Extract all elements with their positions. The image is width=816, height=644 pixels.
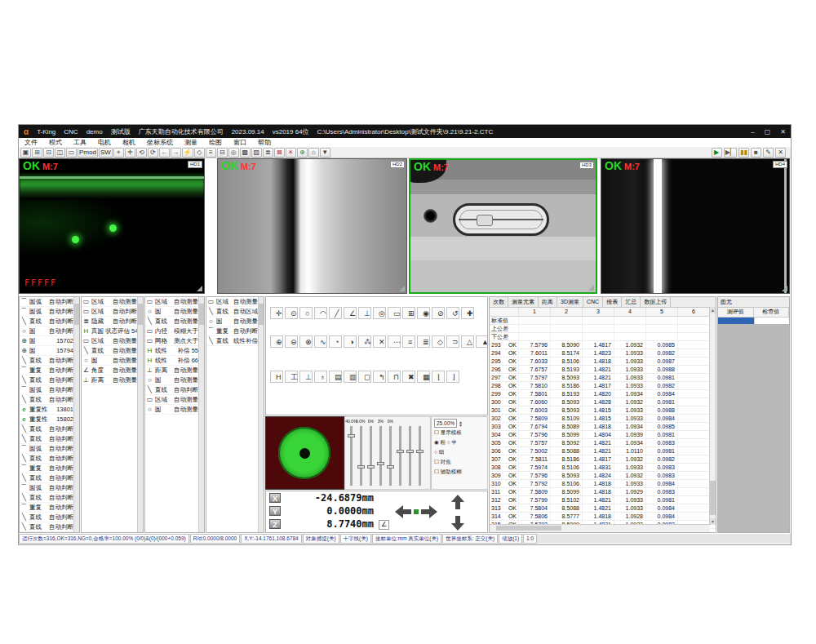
palette-tool-button[interactable]: ✛ [270,307,283,319]
status-segment[interactable]: 世界坐标系: 正交(关) [442,534,498,544]
palette-tool-button[interactable]: ⊕ [270,335,283,348]
table-tab[interactable]: 汇总 [622,297,641,307]
palette-tool-button[interactable]: ▥ [344,371,357,383]
scrollbar[interactable] [137,297,143,532]
toolbar-button[interactable]: ⟲ [136,148,147,158]
status-segment[interactable]: 运行次数=316,OK=316,NG=0,合格率=100.00% (0/0)&(… [19,534,189,544]
slider-track[interactable] [409,426,411,486]
palette-tool-button[interactable]: ⊓ [388,371,401,383]
list-item[interactable]: ⌒重复自动判断 [20,464,74,473]
palette-tool-button[interactable]: ╱ [329,307,342,319]
menu-item[interactable]: 相机 [117,138,141,147]
palette-tool-button[interactable]: ⊖ [285,335,298,348]
light-option[interactable]: ☐ 显示模板 [434,428,485,437]
scrollbar-thumb[interactable] [496,526,561,531]
list-item[interactable]: ⊕圆15794 [20,346,74,356]
palette-tool-button[interactable]: ⋯ [388,335,401,348]
element-column-header[interactable]: 检查值 [754,308,790,317]
light-option[interactable]: ☐ 辅助模糊 [434,467,485,477]
palette-tool-button[interactable]: ◻ [358,371,371,383]
camera-view-1[interactable]: FFFFF OKM:7 HD1 [19,158,205,294]
table-tab[interactable]: 3D测量 [557,297,583,307]
list-item[interactable]: e重复性15802 [20,415,74,424]
list-item[interactable]: ○圆自动测量 [206,317,259,326]
playback-button[interactable]: ■ [751,148,761,158]
table-row[interactable]: 310OK 7.5792 8.5106 1.4818 1.0933 0.0984 [490,480,716,488]
light-slider[interactable]: 0.0% [356,418,366,488]
slider-thumb[interactable] [406,450,414,453]
palette-tool-button[interactable]: ⌊ [432,371,445,383]
list-item[interactable]: ╲直线线性补偿 [206,336,259,346]
palette-tool-button[interactable]: ⁂ [358,335,371,348]
list-item[interactable]: ⌒圆弧自动判断 [20,444,74,454]
list-item[interactable]: ╲直线自动判断 [20,375,74,385]
toolbar-button[interactable]: Pmod [78,148,98,158]
scrollbar[interactable] [73,297,79,532]
toolbar-button[interactable]: ✳ [286,148,296,158]
toolbar-button[interactable]: ⌂ [308,148,319,158]
list-item[interactable]: ⌒圆弧自动判断 [20,385,74,395]
toolbar-button[interactable]: ▩ [240,148,251,158]
list-item[interactable]: ╲直线自动判断 [20,395,74,405]
list-item[interactable]: ╲直线自动判断 [20,513,74,522]
palette-tool-button[interactable]: ≡ [402,335,415,348]
palette-tool-button[interactable]: ⌋ [446,371,459,383]
list-item[interactable]: ╲直线自动测量 [82,346,138,356]
table-row[interactable]: 311OK 7.5809 8.5099 1.4818 1.0929 0.0983 [490,488,716,496]
slider-thumb[interactable] [416,450,424,453]
table-tab[interactable]: CNC [583,297,603,307]
toolbar-button[interactable]: ⌖ [113,148,124,158]
resize-handle-icon[interactable] [782,286,787,291]
table-row[interactable]: 306OK 7.5002 8.5088 1.4821 1.0110 0.0981 [490,447,716,455]
table-tab[interactable]: 次数 [490,297,508,307]
table-row[interactable]: 293OK 7.5796 8.5090 1.4817 1.0932 0.0985 [490,341,716,349]
slider-thumb[interactable] [377,462,384,465]
palette-tool-button[interactable]: △ [461,335,474,348]
toolbar-button[interactable]: ◎ [228,148,239,158]
list-item[interactable]: ╲直线自动判断 [145,385,199,395]
list-item[interactable]: ╲直线自动判断 [20,356,74,366]
list-item[interactable]: ╲直线自动判断 [20,317,74,326]
toolbar-button[interactable]: ◫ [55,148,65,158]
palette-tool-button[interactable]: ↰ [373,371,386,383]
light-slider[interactable]: 3% [375,418,385,488]
menu-item[interactable]: 测量 [179,138,203,147]
light-option[interactable]: ◉ 粗 ○ 中 [434,437,485,447]
menu-item[interactable]: 工具 [68,138,92,147]
table-row[interactable]: 308OK 7.5974 8.5106 1.4831 1.0933 0.0983 [490,464,716,472]
list-item[interactable]: H真圆状态评估 54 [82,326,138,336]
list-item[interactable]: ⌒重复自动判断 [20,503,74,513]
list-item[interactable]: ○圆自动测量 [145,405,199,415]
slider-thumb[interactable] [397,450,404,453]
table-tab[interactable]: 数据上传 [641,297,671,307]
toolbar-button[interactable]: ⚡ [182,148,193,158]
list-item[interactable]: ╲直线自动区域 [206,307,259,317]
minimize-button[interactable]: – [751,128,754,135]
menu-item[interactable]: 模式 [43,138,68,147]
palette-tool-button[interactable]: ∠ [344,307,357,319]
slider-track[interactable] [419,426,421,486]
jog-vertical-arrows[interactable] [449,495,467,534]
toolbar-button[interactable]: ⊞ [32,148,42,158]
palette-tool-button[interactable]: ≣ [417,335,430,348]
tolerance-row[interactable]: 上公差 [490,325,716,333]
list-item[interactable]: ⌒圆弧自动判断 [20,297,74,307]
scroll-up-icon[interactable]: ▲ [710,307,716,313]
toolbar-button[interactable]: ⊠ [274,148,285,158]
list-item[interactable]: ⊕圆15702 [20,336,74,346]
slider-track[interactable] [389,426,392,486]
playback-button[interactable]: ▶▏ [724,148,737,158]
spinner-icon[interactable]: ▲▼ [459,420,463,427]
toolbar-button[interactable]: ⊟ [217,148,228,158]
resize-handle-icon[interactable] [399,286,405,291]
light-slider[interactable]: 40.0% [346,418,356,488]
list-item[interactable]: ▭区域自动测量 [82,297,138,307]
camera-view-3[interactable]: OKM:7 HD3 [409,158,597,294]
playback-button[interactable]: ✕ [775,148,786,158]
camera-view-2[interactable]: OKM:7 HD2 [217,158,407,294]
camera-view-4[interactable]: OKM:7 HD4 [601,158,790,294]
resize-handle-icon[interactable] [197,286,202,291]
list-item[interactable]: ○圆自动判断 [20,326,74,336]
list-item[interactable]: ⊥距离自动测量 [145,366,199,375]
table-tab[interactable]: 报表 [603,297,622,307]
